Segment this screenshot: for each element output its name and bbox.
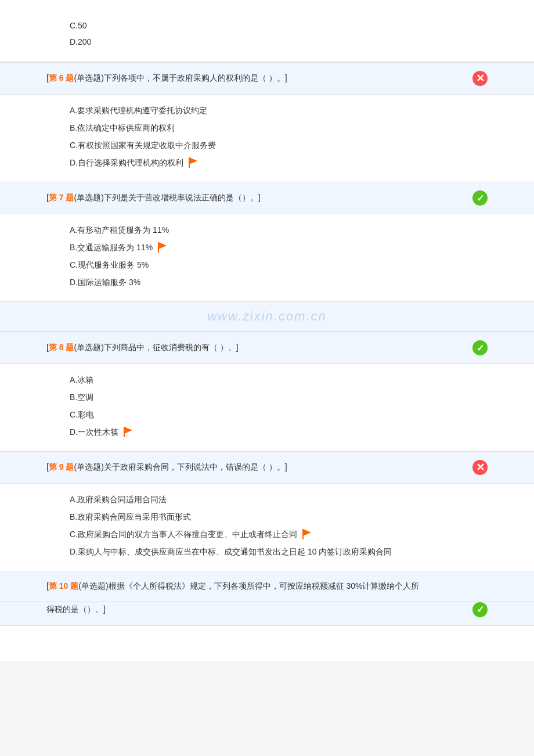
option-9d: D.采购人与中标、成交供应商应当在中标、成交通知书发出之日起 10 内签订政府采… bbox=[70, 543, 464, 560]
question-7: [第 7 题(单选题)下列是关于营改增税率说法正确的是（）。] ✓ A.有形动产… bbox=[0, 182, 534, 301]
status-icon-wrong-q6: ✕ bbox=[472, 71, 488, 86]
page-container: C.50 D.200 [第 6 题(单选题)下列各项中，不属于政府采购人的权利的… bbox=[0, 0, 534, 661]
option-9c: C.政府采购合同的双方当事人不得擅自变更、中止或者终止合同 bbox=[70, 525, 464, 543]
svg-marker-0 bbox=[189, 157, 197, 164]
svg-rect-5 bbox=[124, 427, 125, 437]
question-9: [第 9 题(单选题)关于政府采购合同，下列说法中，错误的是（ ）。] ✕ A.… bbox=[0, 451, 534, 571]
question-9-options: A.政府采购合同适用合同法 B.政府采购合同应当采用书面形式 C.政府采购合同的… bbox=[0, 484, 534, 571]
question-6-num: 第 6 题 bbox=[49, 73, 74, 82]
question-10-num: 第 10 题 bbox=[49, 581, 78, 591]
question-7-text: [第 7 题(单选题)下列是关于营改增税率说法正确的是（）。] bbox=[46, 193, 467, 203]
svg-marker-2 bbox=[158, 242, 167, 249]
question-8-text: [第 8 题(单选题)下列商品中，征收消费税的有（ ）。] bbox=[46, 343, 467, 353]
question-8-header: [第 8 题(单选题)下列商品中，征收消费税的有（ ）。] ✓ bbox=[0, 332, 534, 364]
svg-rect-3 bbox=[158, 242, 159, 253]
question-9-num: 第 9 题 bbox=[49, 462, 74, 471]
option-9b: B.政府采购合同应当采用书面形式 bbox=[70, 508, 464, 525]
question-10-second-line: 得税的是（）。] ✓ bbox=[0, 602, 534, 626]
status-icon-correct-q10: ✓ bbox=[472, 602, 488, 617]
question-10-header: [第 10 题(单选题)根据《个人所得税法》规定，下列各项所得中，可按应纳税额减… bbox=[0, 571, 534, 602]
option-9a: A.政府采购合同适用合同法 bbox=[70, 491, 464, 508]
status-icon-correct-q8: ✓ bbox=[472, 340, 488, 355]
flag-icon-8d bbox=[122, 426, 135, 438]
option-7d: D.国际运输服务 3% bbox=[70, 273, 464, 291]
svg-marker-6 bbox=[303, 529, 311, 536]
option-6c: C.有权按照国家有关规定收取中介服务费 bbox=[70, 136, 464, 154]
svg-rect-1 bbox=[189, 157, 190, 168]
option-7a: A.有形动产租赁服务为 11% bbox=[70, 221, 464, 239]
status-icon-wrong-q9: ✕ bbox=[472, 460, 488, 475]
option-8a: A.冰箱 bbox=[70, 371, 464, 388]
option-6d: D.自行选择采购代理机构的权利 bbox=[70, 154, 464, 171]
question-7-options: A.有形动产租赁服务为 11% B.交通运输服务为 11% C.现代服务业服务 … bbox=[0, 214, 534, 301]
option-7b: B.交通运输服务为 11% bbox=[70, 239, 464, 256]
question-6-text: [第 6 题(单选题)下列各项中，不属于政府采购人的权利的是（ ）。] bbox=[46, 73, 467, 84]
question-8: [第 8 题(单选题)下列商品中，征收消费税的有（ ）。] ✓ A.冰箱 B.空… bbox=[0, 332, 534, 451]
question-8-num: 第 8 题 bbox=[49, 343, 74, 352]
question-6: [第 6 题(单选题)下列各项中，不属于政府采购人的权利的是（ ）。] ✕ A.… bbox=[0, 62, 534, 182]
svg-marker-4 bbox=[124, 427, 132, 434]
question-7-num: 第 7 题 bbox=[49, 193, 74, 202]
question-6-header: [第 6 题(单选题)下列各项中，不属于政府采购人的权利的是（ ）。] ✕ bbox=[0, 63, 534, 95]
flag-icon-7b bbox=[156, 241, 169, 254]
option-c: C.50 bbox=[70, 17, 464, 34]
option-6a: A.要求采购代理机构遵守委托协议约定 bbox=[70, 102, 464, 119]
watermark: www.zixin.com.cn bbox=[0, 301, 534, 332]
option-8b: B.空调 bbox=[70, 388, 464, 406]
question-10-text-line2: 得税的是（）。] bbox=[46, 603, 467, 617]
question-9-text: [第 9 题(单选题)关于政府采购合同，下列说法中，错误的是（ ）。] bbox=[46, 462, 467, 473]
bottom-space bbox=[0, 626, 534, 649]
top-options-section: C.50 D.200 bbox=[0, 12, 534, 62]
question-6-options: A.要求采购代理机构遵守委托协议约定 B.依法确定中标供应商的权利 C.有权按照… bbox=[0, 95, 534, 182]
question-10: [第 10 题(单选题)根据《个人所得税法》规定，下列各项所得中，可按应纳税额减… bbox=[0, 571, 534, 626]
question-7-header: [第 7 题(单选题)下列是关于营改增税率说法正确的是（）。] ✓ bbox=[0, 182, 534, 214]
flag-icon-9c bbox=[301, 528, 313, 541]
status-icon-correct-q7: ✓ bbox=[472, 190, 488, 206]
question-10-text-line1: [第 10 题(单选题)根据《个人所得税法》规定，下列各项所得中，可按应纳税额减… bbox=[46, 579, 488, 593]
question-8-options: A.冰箱 B.空调 C.彩电 D.一次性木筷 bbox=[0, 364, 534, 451]
option-7c: C.现代服务业服务 5% bbox=[70, 256, 464, 273]
option-6b: B.依法确定中标供应商的权利 bbox=[70, 119, 464, 136]
option-8c: C.彩电 bbox=[70, 406, 464, 423]
option-d: D.200 bbox=[70, 34, 464, 50]
option-8d: D.一次性木筷 bbox=[70, 423, 464, 441]
svg-rect-7 bbox=[302, 529, 304, 539]
flag-icon-6d bbox=[187, 156, 200, 169]
question-9-header: [第 9 题(单选题)关于政府采购合同，下列说法中，错误的是（ ）。] ✕ bbox=[0, 452, 534, 484]
